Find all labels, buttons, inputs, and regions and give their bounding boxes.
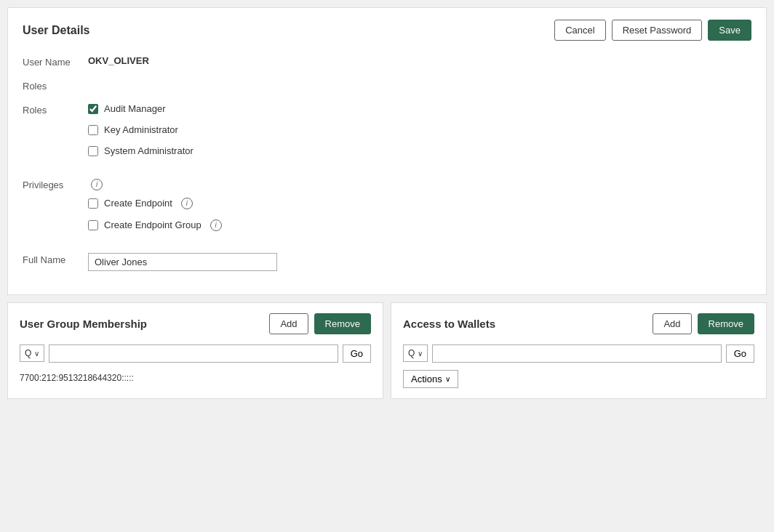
group-membership-search-bar: Q ∨ Go — [20, 344, 371, 363]
privileges-label: Privileges — [23, 178, 88, 190]
username-row: User Name OKV_OLIVER — [23, 55, 751, 68]
bottom-panels: User Group Membership Add Remove Q ∨ Go … — [7, 302, 767, 399]
group-membership-search-input[interactable] — [49, 344, 338, 363]
key-administrator-checkbox[interactable] — [88, 125, 98, 135]
create-endpoint-group-help-icon[interactable]: i — [210, 219, 222, 231]
audit-manager-checkbox[interactable] — [88, 104, 98, 114]
roles-section-label: Roles — [23, 79, 88, 92]
create-endpoint-help-icon[interactable]: i — [181, 198, 193, 209]
username-label: User Name — [23, 55, 88, 68]
privileges-row: Privileges i Create Endpoint i Create En… — [23, 178, 751, 241]
page: User Details Cancel Reset Password Save … — [0, 7, 774, 532]
group-membership-panel: User Group Membership Add Remove Q ∨ Go … — [7, 302, 383, 399]
privilege-create-endpoint-row: Create Endpoint i — [88, 198, 751, 209]
group-membership-header: User Group Membership Add Remove — [20, 313, 371, 334]
panel-header: User Details Cancel Reset Password Save — [23, 20, 751, 41]
fullname-input[interactable] — [88, 253, 277, 271]
wallets-search-select[interactable]: Q ∨ — [403, 344, 428, 362]
create-endpoint-group-label: Create Endpoint Group — [104, 219, 202, 230]
privilege-create-endpoint-group-row: Create Endpoint Group i — [88, 219, 751, 231]
role-key-administrator-row: Key Administrator — [88, 124, 751, 135]
wallets-header: Access to Wallets Add Remove — [403, 313, 754, 334]
role-audit-manager-row: Audit Manager — [88, 103, 751, 114]
header-buttons: Cancel Reset Password Save — [554, 20, 751, 41]
group-membership-remove-button[interactable]: Remove — [314, 313, 371, 334]
actions-label: Actions — [411, 374, 442, 384]
fullname-row: Full Name — [23, 253, 751, 271]
create-endpoint-checkbox[interactable] — [88, 198, 98, 209]
actions-button[interactable]: Actions ∨ — [403, 370, 458, 388]
wallets-title: Access to Wallets — [403, 318, 495, 330]
save-button[interactable]: Save — [708, 20, 751, 41]
panel-title: User Details — [23, 24, 90, 37]
reset-password-button[interactable]: Reset Password — [612, 20, 703, 41]
wallets-search-input[interactable] — [432, 344, 721, 363]
roles-section-row: Roles — [23, 79, 751, 92]
wallets-buttons: Add Remove — [653, 313, 754, 334]
group-membership-title: User Group Membership — [20, 318, 147, 330]
actions-chevron-icon: ∨ — [445, 375, 450, 383]
wallets-add-button[interactable]: Add — [653, 313, 691, 334]
username-value: OKV_OLIVER — [88, 55, 149, 66]
fullname-label: Full Name — [23, 253, 88, 265]
chevron-down-icon: ∨ — [34, 350, 39, 358]
key-administrator-label: Key Administrator — [104, 124, 178, 135]
user-details-panel: User Details Cancel Reset Password Save … — [7, 7, 767, 295]
system-administrator-label: System Administrator — [104, 145, 193, 156]
group-membership-data-row: 7700:212:9513218644320::::: — [20, 370, 371, 386]
role-system-administrator-row: System Administrator — [88, 145, 751, 156]
wallets-search-bar: Q ∨ Go — [403, 344, 754, 363]
wallets-remove-button[interactable]: Remove — [698, 313, 754, 334]
wallets-go-button[interactable]: Go — [726, 344, 754, 363]
audit-manager-label: Audit Manager — [104, 103, 166, 114]
group-membership-buttons: Add Remove — [269, 313, 371, 334]
chevron-down-icon: ∨ — [418, 350, 423, 358]
group-membership-search-select[interactable]: Q ∨ — [20, 344, 44, 362]
cancel-button[interactable]: Cancel — [554, 20, 605, 41]
group-membership-go-button[interactable]: Go — [343, 344, 371, 363]
search-icon: Q — [25, 348, 31, 358]
system-administrator-checkbox[interactable] — [88, 146, 98, 156]
roles-row: Roles Audit Manager Key Administrator Sy… — [23, 103, 751, 166]
privileges-help-icon[interactable]: i — [91, 179, 103, 190]
wallets-panel: Access to Wallets Add Remove Q ∨ Go Acti… — [391, 302, 767, 399]
create-endpoint-label: Create Endpoint — [104, 198, 172, 209]
create-endpoint-group-checkbox[interactable] — [88, 220, 98, 230]
search-icon: Q — [408, 348, 415, 358]
roles-label: Roles — [23, 103, 88, 116]
group-membership-add-button[interactable]: Add — [269, 313, 308, 334]
